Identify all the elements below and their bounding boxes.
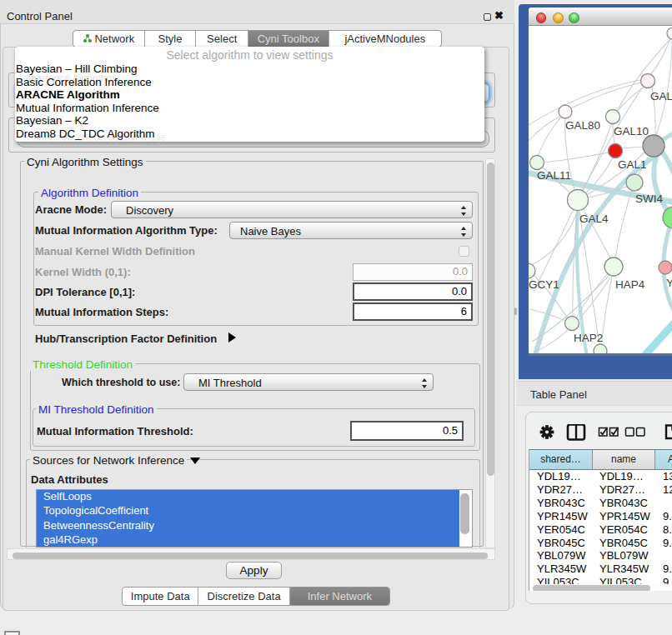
svg-text:GAL1: GAL1 <box>618 158 647 171</box>
svg-text:GCY1: GCY1 <box>529 278 559 291</box>
svg-text:HAP4: HAP4 <box>615 278 645 291</box>
svg-text:GAL7: GAL7 <box>650 90 672 102</box>
svg-text:GAL80: GAL80 <box>565 119 600 132</box>
svg-text:SWI4: SWI4 <box>635 192 663 205</box>
svg-text:GAL4: GAL4 <box>579 212 609 225</box>
svg-text:HAP2: HAP2 <box>574 332 603 344</box>
svg-text:Y: Y <box>666 277 672 289</box>
svg-text:GAL10: GAL10 <box>614 125 649 138</box>
svg-text:GAL11: GAL11 <box>537 169 571 182</box>
